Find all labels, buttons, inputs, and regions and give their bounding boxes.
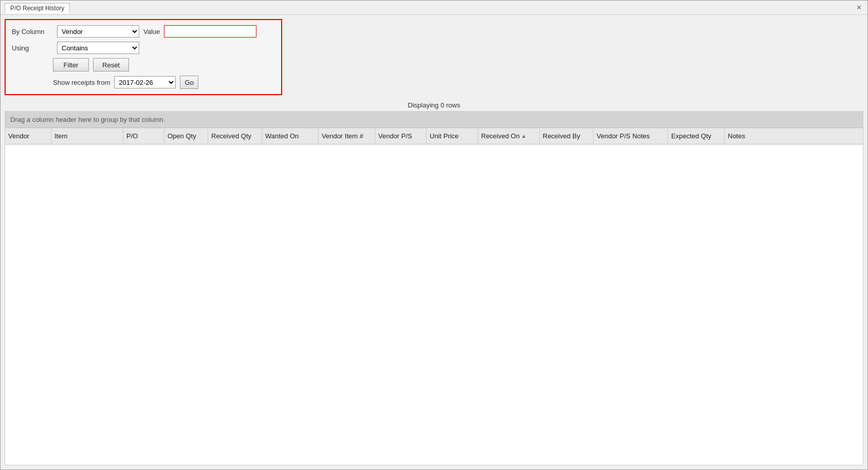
col-header-received-on[interactable]: Received On ▲ <box>478 128 540 144</box>
col-po-label: P/O <box>126 132 138 140</box>
using-label: Using <box>12 44 53 52</box>
date-select[interactable]: 2017-02-26 2017-01-26 2016-12-26 <box>114 76 176 88</box>
window-tab: P/O Receipt History <box>5 3 70 13</box>
col-header-vendor-item[interactable]: Vendor Item # <box>319 128 375 144</box>
go-button[interactable]: Go <box>180 76 198 89</box>
filter-buttons-row: Filter Reset <box>12 58 275 71</box>
col-header-vendor-ps-notes[interactable]: Vendor P/S Notes <box>594 128 668 144</box>
col-received-on-label: Received On <box>481 132 520 140</box>
col-unit-price-label: Unit Price <box>430 132 458 140</box>
reset-button[interactable]: Reset <box>93 58 129 71</box>
title-bar-left: P/O Receipt History <box>5 3 70 13</box>
col-header-item[interactable]: Item <box>51 128 123 144</box>
main-window: P/O Receipt History × By Column Vendor I… <box>0 0 868 470</box>
col-expected-qty-label: Expected Qty <box>671 132 711 140</box>
status-bar: Displaying 0 rows <box>5 99 863 111</box>
col-open-qty-label: Open Qty <box>168 132 196 140</box>
col-item-label: Item <box>54 132 67 140</box>
col-wanted-on-label: Wanted On <box>265 132 299 140</box>
content-area: By Column Vendor Item P/O Open Qty Recei… <box>1 15 867 469</box>
col-header-notes[interactable]: Notes <box>725 128 786 144</box>
title-bar: P/O Receipt History × <box>1 1 867 15</box>
close-button[interactable]: × <box>855 4 863 12</box>
col-header-open-qty[interactable]: Open Qty <box>164 128 208 144</box>
grid-container: Drag a column header here to group by th… <box>5 111 863 465</box>
sort-indicator-received-on: ▲ <box>521 133 526 139</box>
col-notes-label: Notes <box>728 132 745 140</box>
col-header-vendor-ps[interactable]: Vendor P/S <box>375 128 427 144</box>
value-input[interactable] <box>164 25 256 38</box>
filter-row-2: Using Contains Starts With Equals Does N… <box>12 42 275 54</box>
col-header-vendor[interactable]: Vendor <box>5 128 51 144</box>
value-label: Value <box>143 28 160 35</box>
col-header-po[interactable]: P/O <box>123 128 164 144</box>
filter-button[interactable]: Filter <box>53 58 89 71</box>
grid-body <box>5 144 863 465</box>
col-vendor-label: Vendor <box>8 132 29 140</box>
group-header: Drag a column header here to group by th… <box>5 112 863 128</box>
group-header-text: Drag a column header here to group by th… <box>10 116 165 123</box>
col-header-wanted-on[interactable]: Wanted On <box>262 128 319 144</box>
col-received-qty-label: Received Qty <box>211 132 251 140</box>
col-received-by-label: Received By <box>543 132 580 140</box>
col-vendor-item-label: Vendor Item # <box>322 132 363 140</box>
col-header-received-by[interactable]: Received By <box>540 128 594 144</box>
grid-header: Vendor Item P/O Open Qty Received Qty Wa… <box>5 128 863 144</box>
col-header-unit-price[interactable]: Unit Price <box>427 128 478 144</box>
col-vendor-ps-label: Vendor P/S <box>378 132 412 140</box>
col-header-received-qty[interactable]: Received Qty <box>208 128 262 144</box>
filter-row-1: By Column Vendor Item P/O Open Qty Recei… <box>12 25 275 38</box>
col-header-expected-qty[interactable]: Expected Qty <box>668 128 725 144</box>
show-receipts-label: Show receipts from <box>53 79 110 86</box>
using-select[interactable]: Contains Starts With Equals Does Not Con… <box>57 42 139 54</box>
window-title: P/O Receipt History <box>10 5 64 12</box>
by-column-select[interactable]: Vendor Item P/O Open Qty Received Qty Wa… <box>57 25 139 38</box>
by-column-label: By Column <box>12 28 53 35</box>
col-vendor-ps-notes-label: Vendor P/S Notes <box>597 132 650 140</box>
filter-panel: By Column Vendor Item P/O Open Qty Recei… <box>5 19 282 95</box>
status-text: Displaying 0 rows <box>408 101 460 109</box>
show-receipts-row: Show receipts from 2017-02-26 2017-01-26… <box>12 76 275 89</box>
